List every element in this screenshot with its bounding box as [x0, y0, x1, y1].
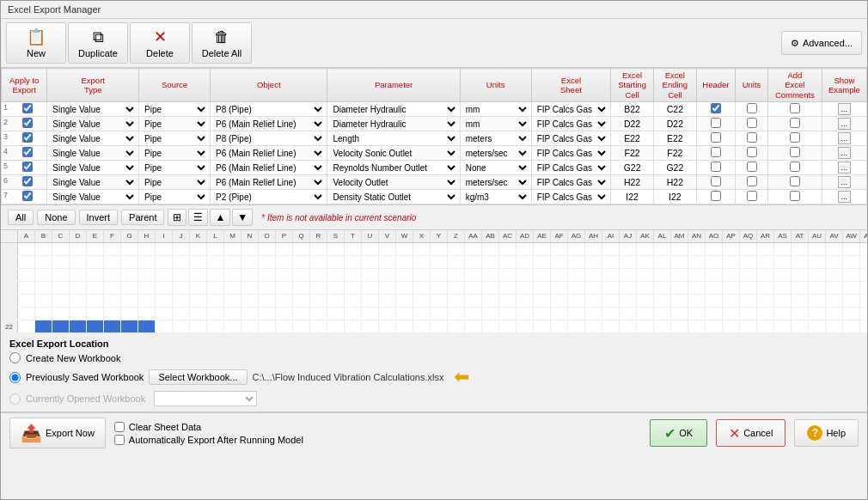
- grid-cell-2-48[interactable]: [843, 269, 860, 281]
- grid-cell-5-27[interactable]: [482, 308, 499, 320]
- grid-cell-1-45[interactable]: [792, 256, 809, 268]
- grid-cell-4-42[interactable]: [740, 295, 757, 307]
- grid-cell-6-22[interactable]: [396, 320, 413, 332]
- object-select-1[interactable]: P8 (Pipe): [212, 104, 325, 115]
- grid-cell-6-28[interactable]: [499, 320, 517, 332]
- grid-cell-4-31[interactable]: [551, 295, 568, 307]
- grid-cell-1-3[interactable]: [70, 256, 87, 268]
- grid-cell-3-48[interactable]: [843, 282, 860, 294]
- grid-cell-6-45[interactable]: [792, 320, 809, 332]
- grid-cell-3-7[interactable]: [138, 282, 156, 294]
- grid-cell-3-44[interactable]: [774, 282, 792, 294]
- grid-cell-4-3[interactable]: [70, 295, 87, 307]
- grid-cell-2-22[interactable]: [396, 269, 413, 281]
- grid-cell-4-12[interactable]: [224, 295, 241, 307]
- grid-cell-5-12[interactable]: [224, 308, 241, 320]
- grid-cell-1-11[interactable]: [207, 256, 224, 268]
- header-checkbox-6[interactable]: [711, 176, 721, 186]
- grid-cell-0-32[interactable]: [568, 243, 585, 255]
- grid-cell-6-20[interactable]: [362, 320, 379, 332]
- grid-cell-4-23[interactable]: [413, 295, 431, 307]
- grid-cell-1-36[interactable]: [637, 256, 654, 268]
- grid-cell-1-48[interactable]: [843, 256, 860, 268]
- row-checkbox-4[interactable]: [22, 147, 33, 157]
- grid-cell-2-41[interactable]: [723, 269, 740, 281]
- grid-cell-3-28[interactable]: [499, 282, 517, 294]
- currently-opened-radio[interactable]: [9, 393, 21, 405]
- grid-cell-5-43[interactable]: [757, 308, 774, 320]
- grid-cell-2-17[interactable]: [310, 269, 327, 281]
- excel-sheet-select-3[interactable]: FIP Calcs Gas: [534, 133, 609, 144]
- grid-cell-3-46[interactable]: [809, 282, 826, 294]
- grid-cell-1-10[interactable]: [190, 256, 207, 268]
- object-select-3[interactable]: P8 (Pipe): [212, 133, 325, 144]
- grid-cell-6-21[interactable]: [379, 320, 396, 332]
- grid-cell-5-34[interactable]: [602, 308, 620, 320]
- grid-cell-6-0[interactable]: [18, 320, 35, 332]
- grid-cell-4-25[interactable]: [448, 295, 465, 307]
- grid-cell-1-40[interactable]: [706, 256, 723, 268]
- grid-cell-1-49[interactable]: [860, 256, 867, 268]
- grid-cell-3-29[interactable]: [517, 282, 534, 294]
- grid-cell-6-17[interactable]: [310, 320, 327, 332]
- grid-cell-2-11[interactable]: [207, 269, 224, 281]
- excel-sheet-select-1[interactable]: FIP Calcs Gas: [534, 104, 609, 115]
- grid-cell-5-38[interactable]: [671, 308, 688, 320]
- grid-cell-3-24[interactable]: [431, 282, 448, 294]
- grid-cell-6-29[interactable]: [517, 320, 534, 332]
- grid-cell-5-48[interactable]: [843, 308, 860, 320]
- export-now-button[interactable]: 📤 Export Now: [9, 418, 106, 448]
- grid-cell-2-39[interactable]: [688, 269, 706, 281]
- all-button[interactable]: All: [8, 210, 34, 225]
- export-type-select-1[interactable]: Single Value: [49, 104, 137, 115]
- units-select-4[interactable]: meters/sec: [462, 148, 529, 159]
- grid-cell-0-13[interactable]: [241, 243, 259, 255]
- grid-cell-2-19[interactable]: [345, 269, 362, 281]
- add-comments-checkbox-4[interactable]: [790, 147, 800, 157]
- grid-cell-0-45[interactable]: [792, 243, 809, 255]
- grid-cell-1-1[interactable]: [35, 256, 52, 268]
- grid-cell-0-35[interactable]: [620, 243, 637, 255]
- grid-cell-4-44[interactable]: [774, 295, 792, 307]
- grid-cell-4-33[interactable]: [585, 295, 602, 307]
- grid-cell-5-33[interactable]: [585, 308, 602, 320]
- grid-cell-0-18[interactable]: [327, 243, 345, 255]
- grid-cell-0-38[interactable]: [671, 243, 688, 255]
- grid-cell-0-22[interactable]: [396, 243, 413, 255]
- grid-cell-4-45[interactable]: [792, 295, 809, 307]
- show-example-btn-6[interactable]: ...: [838, 176, 852, 188]
- grid-cell-4-30[interactable]: [534, 295, 551, 307]
- grid-cell-6-4[interactable]: [87, 320, 104, 332]
- grid-cell-5-31[interactable]: [551, 308, 568, 320]
- grid-cell-4-48[interactable]: [843, 295, 860, 307]
- grid-cell-0-16[interactable]: [293, 243, 310, 255]
- grid-cell-0-6[interactable]: [121, 243, 138, 255]
- grid-cell-6-47[interactable]: [826, 320, 843, 332]
- header-checkbox-5[interactable]: [711, 162, 721, 172]
- source-select-6[interactable]: Pipe: [141, 177, 208, 188]
- row-checkbox-3[interactable]: [22, 132, 33, 143]
- grid-cell-4-47[interactable]: [826, 295, 843, 307]
- grid-cell-1-34[interactable]: [602, 256, 620, 268]
- grid-cell-3-36[interactable]: [637, 282, 654, 294]
- grid-cell-3-9[interactable]: [173, 282, 190, 294]
- grid-cell-4-10[interactable]: [190, 295, 207, 307]
- grid-cell-2-35[interactable]: [620, 269, 637, 281]
- grid-cell-2-33[interactable]: [585, 269, 602, 281]
- grid-cell-0-34[interactable]: [602, 243, 620, 255]
- grid-cell-5-24[interactable]: [431, 308, 448, 320]
- grid-cell-3-35[interactable]: [620, 282, 637, 294]
- object-select-6[interactable]: P6 (Main Relief Line): [212, 177, 325, 188]
- grid-cell-3-11[interactable]: [207, 282, 224, 294]
- grid-cell-3-12[interactable]: [224, 282, 241, 294]
- grid-cell-3-6[interactable]: [121, 282, 138, 294]
- grid-cell-1-43[interactable]: [757, 256, 774, 268]
- grid-cell-4-4[interactable]: [87, 295, 104, 307]
- grid-cell-2-3[interactable]: [70, 269, 87, 281]
- source-select-5[interactable]: Pipe: [141, 162, 208, 174]
- grid-cell-4-22[interactable]: [396, 295, 413, 307]
- grid-cell-6-12[interactable]: [224, 320, 241, 332]
- none-button[interactable]: None: [37, 210, 75, 225]
- grid-cell-4-35[interactable]: [620, 295, 637, 307]
- header-checkbox-7[interactable]: [711, 191, 721, 201]
